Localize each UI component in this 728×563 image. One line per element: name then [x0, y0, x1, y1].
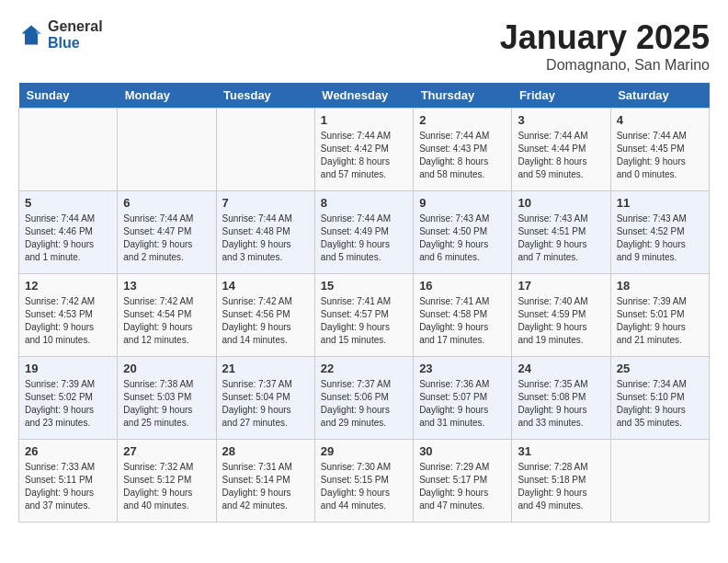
calendar-subtitle: Domagnano, San Marino [500, 57, 710, 74]
calendar-day-cell: 21Sunrise: 7:37 AMSunset: 5:04 PMDayligh… [216, 357, 314, 440]
day-number: 31 [518, 444, 604, 458]
calendar-week-row: 19Sunrise: 7:39 AMSunset: 5:02 PMDayligh… [19, 357, 710, 440]
calendar-day-cell: 29Sunrise: 7:30 AMSunset: 5:15 PMDayligh… [314, 440, 413, 523]
day-of-week-header: Thursday [414, 83, 512, 109]
day-of-week-header: Monday [118, 83, 216, 109]
calendar-week-row: 26Sunrise: 7:33 AMSunset: 5:11 PMDayligh… [19, 440, 710, 523]
day-number: 27 [123, 444, 210, 458]
day-number: 1 [321, 113, 407, 127]
day-number: 3 [518, 113, 604, 127]
logo: General Blue [18, 18, 103, 52]
day-info: Sunrise: 7:32 AMSunset: 5:12 PMDaylight:… [123, 461, 210, 512]
day-info: Sunrise: 7:37 AMSunset: 5:06 PMDaylight:… [321, 378, 407, 430]
day-info: Sunrise: 7:41 AMSunset: 4:57 PMDaylight:… [321, 295, 407, 347]
day-number: 30 [419, 444, 506, 458]
day-info: Sunrise: 7:34 AMSunset: 5:10 PMDaylight:… [617, 378, 703, 430]
day-number: 16 [419, 279, 506, 293]
day-info: Sunrise: 7:29 AMSunset: 5:17 PMDaylight:… [419, 461, 506, 512]
day-info: Sunrise: 7:42 AMSunset: 4:54 PMDaylight:… [123, 295, 210, 347]
day-info: Sunrise: 7:44 AMSunset: 4:47 PMDaylight:… [123, 213, 210, 264]
calendar-week-row: 5Sunrise: 7:44 AMSunset: 4:46 PMDaylight… [19, 191, 710, 274]
day-of-week-header: Wednesday [314, 83, 413, 109]
day-number: 25 [617, 362, 703, 375]
calendar-day-cell: 15Sunrise: 7:41 AMSunset: 4:57 PMDayligh… [314, 274, 413, 357]
day-number: 21 [222, 362, 309, 375]
day-info: Sunrise: 7:40 AMSunset: 4:59 PMDaylight:… [518, 295, 604, 347]
calendar-day-cell: 27Sunrise: 7:32 AMSunset: 5:12 PMDayligh… [118, 440, 216, 523]
day-info: Sunrise: 7:30 AMSunset: 5:15 PMDaylight:… [321, 461, 407, 512]
calendar-title: January 2025 [500, 18, 710, 57]
day-info: Sunrise: 7:37 AMSunset: 5:04 PMDaylight:… [222, 378, 309, 430]
calendar-day-cell [610, 440, 709, 523]
calendar-day-cell: 5Sunrise: 7:44 AMSunset: 4:46 PMDaylight… [19, 191, 118, 274]
day-info: Sunrise: 7:44 AMSunset: 4:49 PMDaylight:… [321, 213, 407, 264]
day-number: 4 [617, 113, 703, 127]
day-info: Sunrise: 7:39 AMSunset: 5:01 PMDaylight:… [617, 295, 703, 347]
day-info: Sunrise: 7:35 AMSunset: 5:08 PMDaylight:… [518, 378, 604, 430]
calendar-day-cell: 22Sunrise: 7:37 AMSunset: 5:06 PMDayligh… [314, 357, 413, 440]
calendar-day-cell: 18Sunrise: 7:39 AMSunset: 5:01 PMDayligh… [610, 274, 709, 357]
day-of-week-header: Friday [512, 83, 610, 109]
calendar-day-cell: 31Sunrise: 7:28 AMSunset: 5:18 PMDayligh… [512, 440, 610, 523]
day-info: Sunrise: 7:44 AMSunset: 4:48 PMDaylight:… [222, 213, 309, 264]
day-number: 29 [321, 444, 407, 458]
calendar-day-cell: 25Sunrise: 7:34 AMSunset: 5:10 PMDayligh… [610, 357, 709, 440]
calendar-day-cell [216, 109, 314, 191]
day-number: 24 [518, 362, 604, 375]
calendar-day-cell: 12Sunrise: 7:42 AMSunset: 4:53 PMDayligh… [19, 274, 118, 357]
day-info: Sunrise: 7:42 AMSunset: 4:56 PMDaylight:… [222, 295, 309, 347]
calendar-day-cell: 8Sunrise: 7:44 AMSunset: 4:49 PMDaylight… [314, 191, 413, 274]
calendar-day-cell: 13Sunrise: 7:42 AMSunset: 4:54 PMDayligh… [118, 274, 216, 357]
day-number: 7 [222, 196, 309, 210]
calendar-day-cell: 1Sunrise: 7:44 AMSunset: 4:42 PMDaylight… [314, 109, 413, 191]
calendar-day-cell: 6Sunrise: 7:44 AMSunset: 4:47 PMDaylight… [118, 191, 216, 274]
calendar-day-cell: 3Sunrise: 7:44 AMSunset: 4:44 PMDaylight… [512, 109, 610, 191]
day-number: 10 [518, 196, 604, 210]
calendar-day-cell: 10Sunrise: 7:43 AMSunset: 4:51 PMDayligh… [512, 191, 610, 274]
day-info: Sunrise: 7:44 AMSunset: 4:45 PMDaylight:… [617, 130, 703, 181]
day-number: 5 [25, 196, 111, 210]
title-block: January 2025 Domagnano, San Marino [500, 18, 710, 74]
day-number: 8 [321, 196, 407, 210]
day-number: 15 [321, 279, 407, 293]
day-info: Sunrise: 7:39 AMSunset: 5:02 PMDaylight:… [25, 378, 111, 430]
calendar-day-cell: 11Sunrise: 7:43 AMSunset: 4:52 PMDayligh… [610, 191, 709, 274]
day-info: Sunrise: 7:44 AMSunset: 4:42 PMDaylight:… [321, 130, 407, 181]
day-info: Sunrise: 7:43 AMSunset: 4:50 PMDaylight:… [419, 213, 506, 264]
page-header: General Blue January 2025 Domagnano, San… [18, 18, 710, 74]
day-of-week-header: Tuesday [216, 83, 314, 109]
calendar-day-cell: 23Sunrise: 7:36 AMSunset: 5:07 PMDayligh… [414, 357, 512, 440]
day-number: 23 [419, 362, 506, 375]
calendar-week-row: 1Sunrise: 7:44 AMSunset: 4:42 PMDaylight… [19, 109, 710, 191]
day-number: 12 [25, 279, 111, 293]
day-info: Sunrise: 7:42 AMSunset: 4:53 PMDaylight:… [25, 295, 111, 347]
day-of-week-header: Saturday [610, 83, 709, 109]
calendar-day-cell: 7Sunrise: 7:44 AMSunset: 4:48 PMDaylight… [216, 191, 314, 274]
day-number: 9 [419, 196, 506, 210]
day-number: 17 [518, 279, 604, 293]
calendar-day-cell: 2Sunrise: 7:44 AMSunset: 4:43 PMDaylight… [414, 109, 512, 191]
day-number: 18 [617, 279, 703, 293]
day-info: Sunrise: 7:31 AMSunset: 5:14 PMDaylight:… [222, 461, 309, 512]
svg-marker-0 [22, 26, 41, 45]
day-info: Sunrise: 7:28 AMSunset: 5:18 PMDaylight:… [518, 461, 604, 512]
day-number: 22 [321, 362, 407, 375]
day-info: Sunrise: 7:43 AMSunset: 4:51 PMDaylight:… [518, 213, 604, 264]
day-number: 6 [123, 196, 210, 210]
calendar-day-cell: 19Sunrise: 7:39 AMSunset: 5:02 PMDayligh… [19, 357, 118, 440]
day-info: Sunrise: 7:44 AMSunset: 4:44 PMDaylight:… [518, 130, 604, 181]
logo-general: General [48, 18, 103, 34]
day-info: Sunrise: 7:38 AMSunset: 5:03 PMDaylight:… [123, 378, 210, 430]
day-number: 20 [123, 362, 210, 375]
calendar-day-cell: 20Sunrise: 7:38 AMSunset: 5:03 PMDayligh… [118, 357, 216, 440]
calendar-day-cell: 17Sunrise: 7:40 AMSunset: 4:59 PMDayligh… [512, 274, 610, 357]
calendar-day-cell: 28Sunrise: 7:31 AMSunset: 5:14 PMDayligh… [216, 440, 314, 523]
logo-blue: Blue [48, 35, 80, 51]
day-number: 19 [25, 362, 111, 375]
day-info: Sunrise: 7:41 AMSunset: 4:58 PMDaylight:… [419, 295, 506, 347]
day-info: Sunrise: 7:33 AMSunset: 5:11 PMDaylight:… [25, 461, 111, 512]
calendar-day-cell [19, 109, 118, 191]
day-info: Sunrise: 7:43 AMSunset: 4:52 PMDaylight:… [617, 213, 703, 264]
calendar-table: SundayMondayTuesdayWednesdayThursdayFrid… [18, 83, 710, 523]
day-of-week-header: Sunday [19, 83, 118, 109]
